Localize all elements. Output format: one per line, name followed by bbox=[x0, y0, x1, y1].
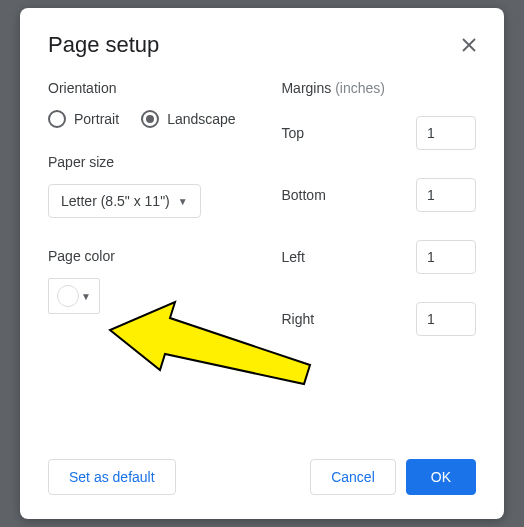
margin-left-label: Left bbox=[281, 249, 304, 265]
margins-text: Margins bbox=[281, 80, 331, 96]
set-default-button[interactable]: Set as default bbox=[48, 459, 176, 495]
radio-label: Portrait bbox=[74, 111, 119, 127]
paper-size-label: Paper size bbox=[48, 154, 281, 170]
caret-down-icon: ▼ bbox=[178, 196, 188, 207]
margin-left-row: Left bbox=[281, 240, 476, 274]
margins-unit: (inches) bbox=[335, 80, 385, 96]
page-setup-dialog: Page setup Orientation Portrait Landscap… bbox=[20, 8, 504, 519]
caret-down-icon: ▼ bbox=[81, 291, 91, 302]
dialog-footer: Set as default Cancel OK bbox=[48, 447, 476, 495]
footer-right-group: Cancel OK bbox=[310, 459, 476, 495]
radio-label: Landscape bbox=[167, 111, 236, 127]
margin-top-input[interactable] bbox=[416, 116, 476, 150]
page-color-label: Page color bbox=[48, 248, 281, 264]
paper-size-select[interactable]: Letter (8.5" x 11") ▼ bbox=[48, 184, 201, 218]
margins-label: Margins (inches) bbox=[281, 80, 476, 96]
paper-size-value: Letter (8.5" x 11") bbox=[61, 193, 170, 209]
margin-bottom-row: Bottom bbox=[281, 178, 476, 212]
dialog-body: Orientation Portrait Landscape Paper siz… bbox=[48, 80, 476, 447]
cancel-button[interactable]: Cancel bbox=[310, 459, 396, 495]
right-column: Margins (inches) Top Bottom Left Right bbox=[281, 80, 476, 447]
margin-bottom-label: Bottom bbox=[281, 187, 325, 203]
margin-right-label: Right bbox=[281, 311, 314, 327]
page-color-button[interactable]: ▼ bbox=[48, 278, 100, 314]
orientation-landscape-radio[interactable]: Landscape bbox=[141, 110, 236, 128]
margin-bottom-input[interactable] bbox=[416, 178, 476, 212]
margin-right-input[interactable] bbox=[416, 302, 476, 336]
margin-left-input[interactable] bbox=[416, 240, 476, 274]
margin-top-label: Top bbox=[281, 125, 304, 141]
close-icon[interactable] bbox=[462, 38, 476, 52]
orientation-label: Orientation bbox=[48, 80, 281, 96]
margin-right-row: Right bbox=[281, 302, 476, 336]
dialog-title: Page setup bbox=[48, 32, 159, 58]
ok-button[interactable]: OK bbox=[406, 459, 476, 495]
margin-top-row: Top bbox=[281, 116, 476, 150]
radio-icon bbox=[48, 110, 66, 128]
dialog-header: Page setup bbox=[48, 32, 476, 58]
color-swatch-icon bbox=[57, 285, 79, 307]
left-column: Orientation Portrait Landscape Paper siz… bbox=[48, 80, 281, 447]
orientation-radio-group: Portrait Landscape bbox=[48, 110, 281, 128]
radio-icon bbox=[141, 110, 159, 128]
orientation-portrait-radio[interactable]: Portrait bbox=[48, 110, 119, 128]
